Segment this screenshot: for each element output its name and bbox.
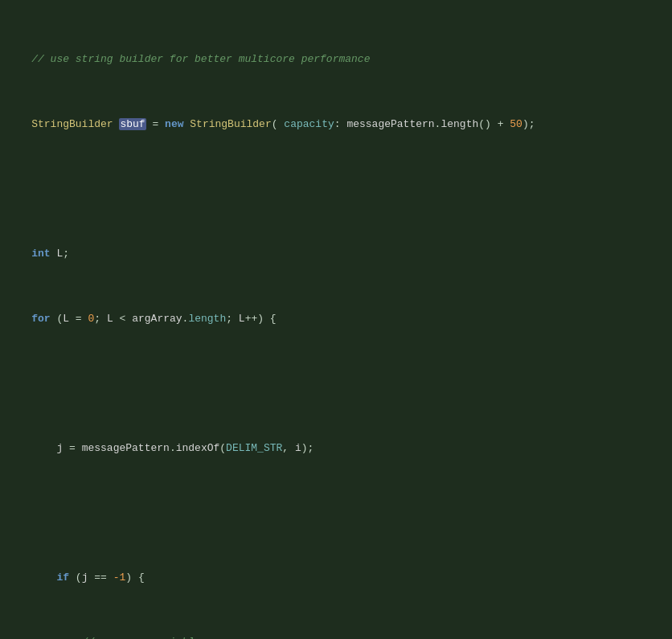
code-line: j = messagePattern.indexOf(DELIM_STR, i)… bbox=[0, 440, 672, 457]
code-line bbox=[0, 505, 672, 521]
code-line: if (j == -1) { bbox=[0, 570, 672, 586]
code-line bbox=[0, 182, 672, 198]
code-line: // no more variables bbox=[0, 634, 672, 639]
code-line: // use string builder for better multico… bbox=[0, 51, 672, 68]
code-line: int L; bbox=[0, 246, 672, 262]
code-line: for (L = 0; L < argArray.length; L++) { bbox=[0, 311, 672, 327]
code-line bbox=[0, 375, 672, 391]
code-editor: // use string builder for better multico… bbox=[0, 0, 672, 639]
code-line: StringBuilder sbuf = new StringBuilder( … bbox=[0, 117, 672, 133]
